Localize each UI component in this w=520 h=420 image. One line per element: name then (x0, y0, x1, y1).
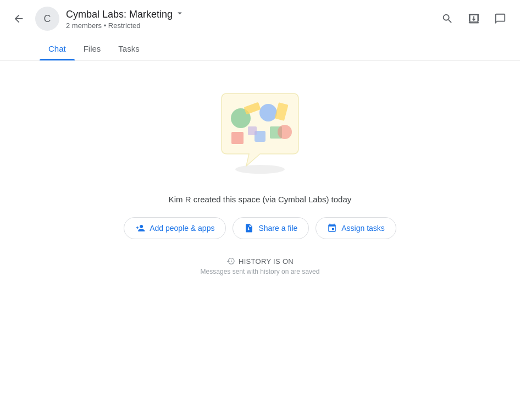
empty-state-illustration (205, 82, 315, 181)
header: C Cymbal Labs: Marketing 2 members • Res… (0, 0, 520, 37)
assign-tasks-button[interactable]: Assign tasks (316, 217, 396, 239)
svg-rect-10 (248, 126, 257, 135)
action-buttons: Add people & apps Share a file Assign ta… (124, 217, 396, 239)
history-label: HISTORY IS ON (226, 257, 294, 266)
main-content: Kim R created this space (via Cymbal Lab… (0, 60, 520, 286)
space-title: Cymbal Labs: Marketing (66, 8, 430, 21)
tab-chat[interactable]: Chat (40, 37, 75, 60)
svg-point-8 (278, 125, 292, 139)
tab-tasks[interactable]: Tasks (109, 37, 148, 60)
add-people-icon (135, 223, 145, 233)
history-icon (226, 257, 235, 266)
assign-tasks-icon (327, 223, 337, 233)
space-subtitle: 2 members • Restricted (66, 21, 430, 30)
title-chevron-icon[interactable] (175, 8, 185, 21)
header-info: Cymbal Labs: Marketing 2 members • Restr… (66, 8, 430, 30)
tabs: Chat Files Tasks (0, 37, 520, 60)
presentation-button[interactable] (463, 8, 485, 30)
header-actions (436, 8, 511, 30)
tab-files[interactable]: Files (75, 37, 110, 60)
svg-rect-4 (231, 132, 244, 144)
history-sublabel: Messages sent with history on are saved (201, 268, 320, 275)
search-button[interactable] (436, 8, 458, 30)
svg-point-1 (235, 165, 285, 174)
svg-point-3 (259, 104, 277, 121)
chat-panel-button[interactable] (489, 8, 511, 30)
back-button[interactable] (9, 9, 29, 29)
status-text: Kim R created this space (via Cymbal Lab… (169, 195, 352, 204)
share-file-icon (244, 223, 254, 233)
add-people-button[interactable]: Add people & apps (124, 217, 226, 239)
history-section: HISTORY IS ON Messages sent with history… (201, 257, 320, 275)
share-file-button[interactable]: Share a file (233, 217, 309, 239)
space-avatar: C (35, 7, 59, 31)
